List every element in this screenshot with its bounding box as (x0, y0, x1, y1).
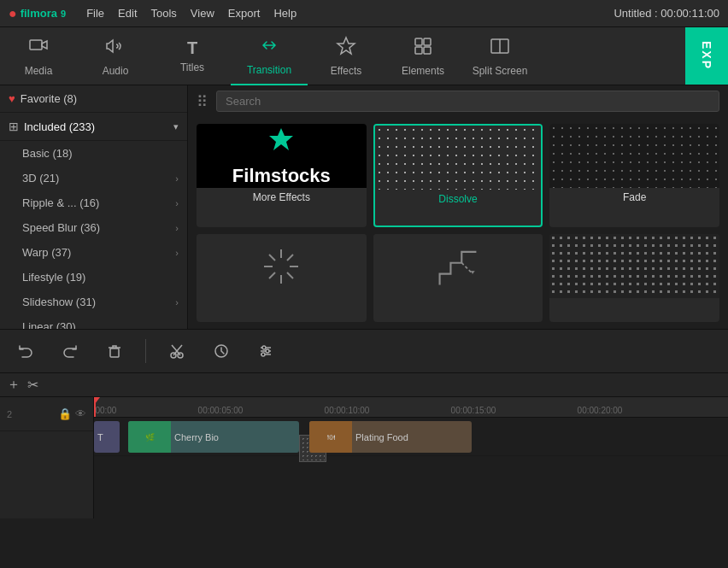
toolbar-splitscreen-label: Split Screen (473, 65, 528, 77)
sidebar-item-slideshow[interactable]: Slideshow (31) › (0, 290, 187, 314)
export-button[interactable]: EXP (685, 27, 728, 85)
grid-toolbar: ⠿ (188, 85, 728, 117)
chevron-down-icon: ▾ (173, 121, 179, 132)
toolbar-media[interactable]: Media (0, 27, 77, 85)
toolbar-titles[interactable]: T Titles (154, 27, 231, 85)
menu-file[interactable]: File (86, 7, 104, 20)
menubar: ● filmora9 File Edit Tools View Export H… (0, 0, 728, 27)
grid-item-filmstocks[interactable]: Filmstocks More Effects (197, 124, 367, 227)
grid-item-dots3-label (549, 298, 719, 305)
scissors-button[interactable]: ✂ (27, 377, 38, 393)
timeline-right-panel: 00:00:00:00 00:00:05:00 00:00:10:00 00:0… (94, 397, 728, 518)
grid-item-dissolve[interactable]: Dissolve (373, 124, 543, 227)
svg-line-16 (269, 272, 275, 278)
grid-area: ⠿ Filmstocks More Effects (188, 85, 728, 329)
menu-help[interactable]: Help (273, 7, 296, 20)
timeline-left-panel: 2 🔒 👁 (0, 397, 94, 518)
grid-item-spin[interactable] (197, 234, 367, 322)
sidebar-item-ripple[interactable]: Ripple & ... (16) › (0, 190, 187, 215)
toolbar-effects[interactable]: Effects (308, 27, 385, 85)
transition-grid: Filmstocks More Effects Dissolve Fade (188, 117, 728, 329)
clip-cherry-thumb: 🌿 (128, 421, 171, 453)
svg-rect-5 (424, 47, 431, 54)
clip-cherry[interactable]: 🌿 Cherry Bio (128, 421, 299, 453)
app-name: filmora (21, 7, 57, 20)
track-lock-button[interactable]: 🔒 (58, 407, 72, 420)
redo-button[interactable] (56, 337, 84, 365)
toolbar: Media Audio T Titles Transition Effects … (0, 27, 728, 85)
search-input[interactable] (216, 91, 719, 112)
svg-marker-8 (269, 128, 293, 150)
filmstocks-logo-icon (266, 125, 296, 161)
track-number: 2 (7, 409, 12, 419)
edit-toolbar (0, 329, 728, 373)
sidebar-item-warp[interactable]: Warp (37) › (0, 240, 187, 265)
menu-edit[interactable]: Edit (118, 7, 137, 20)
grid-view-icon[interactable]: ⠿ (197, 92, 208, 111)
clip-title-text: T (94, 432, 107, 442)
timecode-3: 00:00:15:00 (451, 406, 496, 415)
clip-plating-thumb: 🍽 (309, 421, 352, 453)
effects-icon (336, 36, 356, 61)
svg-marker-1 (338, 38, 355, 54)
menu-tools[interactable]: Tools (151, 7, 177, 20)
toolbar-splitscreen[interactable]: Split Screen (461, 27, 538, 85)
grid-item-stair-label (373, 298, 543, 305)
sidebar-item-3d[interactable]: 3D (21) › (0, 166, 187, 190)
svg-rect-2 (415, 38, 422, 45)
adjust-button[interactable] (252, 337, 279, 365)
media-icon (28, 36, 49, 61)
svg-rect-4 (415, 47, 422, 54)
clip-title[interactable]: T (94, 421, 120, 453)
add-track-button[interactable]: ＋ (7, 376, 21, 394)
playhead-top (94, 397, 100, 404)
grid-item-dots3[interactable] (549, 234, 719, 322)
menu-export[interactable]: Export (228, 7, 261, 20)
grid-item-fade-label: Fade (549, 188, 719, 207)
toolbar-transition[interactable]: Transition (231, 27, 308, 85)
toolbar-divider (145, 339, 146, 363)
chevron-right-icon: › (175, 223, 179, 233)
clip-plating[interactable]: 🍽 Plating Food (309, 421, 472, 453)
toolbar-elements-label: Elements (402, 65, 444, 77)
svg-rect-19 (110, 348, 119, 357)
chevron-right-icon: › (175, 198, 179, 208)
timeline-tracks: T 🌿 Cherry Bio (94, 418, 728, 518)
sidebar-item-basic[interactable]: Basic (18) (0, 141, 187, 166)
sidebar-item-speedblur[interactable]: Speed Blur (36) › (0, 215, 187, 240)
grid-item-fade[interactable]: Fade (549, 124, 719, 227)
history-button[interactable] (208, 337, 235, 365)
track-controls: 🔒 👁 (58, 407, 86, 420)
delete-button[interactable] (101, 337, 128, 365)
playhead[interactable] (94, 397, 96, 417)
menu-view[interactable]: View (191, 7, 214, 20)
grid-item-stair[interactable] (373, 234, 543, 322)
svg-line-17 (461, 262, 473, 273)
toolbar-elements[interactable]: Elements (385, 27, 461, 85)
timecode-0: 00:00:00:00 (94, 406, 116, 415)
app-version: 9 (61, 9, 66, 19)
svg-point-33 (261, 353, 265, 356)
sidebar-item-lifestyle[interactable]: Lifestyle (19) (0, 265, 187, 290)
sidebar-item-linear[interactable]: Linear (30) (0, 314, 187, 329)
timecode-4: 00:00:20:00 (578, 406, 623, 415)
chevron-right-icon: › (175, 173, 179, 184)
svg-rect-3 (424, 38, 431, 45)
sidebar-favorite[interactable]: ♥ Favorite (8) (0, 85, 187, 113)
toolbar-transition-label: Transition (247, 64, 291, 76)
transition-icon (259, 35, 279, 61)
svg-point-32 (266, 349, 269, 353)
timecode-1: 00:00:05:00 (198, 406, 244, 415)
grid-icon: ⊞ (9, 120, 19, 133)
timecode-2: 00:00:10:00 (325, 406, 370, 415)
undo-button[interactable] (12, 337, 39, 365)
sidebar-included[interactable]: ⊞ Included (233) ▾ (0, 113, 187, 141)
svg-rect-0 (30, 40, 42, 50)
grid-item-spin-label (197, 298, 367, 305)
toolbar-audio[interactable]: Audio (77, 27, 154, 85)
cut-button[interactable] (163, 337, 191, 365)
svg-line-14 (287, 272, 293, 278)
titles-icon: T (187, 38, 197, 58)
sidebar: ♥ Favorite (8) ⊞ Included (233) ▾ Basic … (0, 85, 188, 329)
track-visibility-button[interactable]: 👁 (75, 407, 86, 420)
